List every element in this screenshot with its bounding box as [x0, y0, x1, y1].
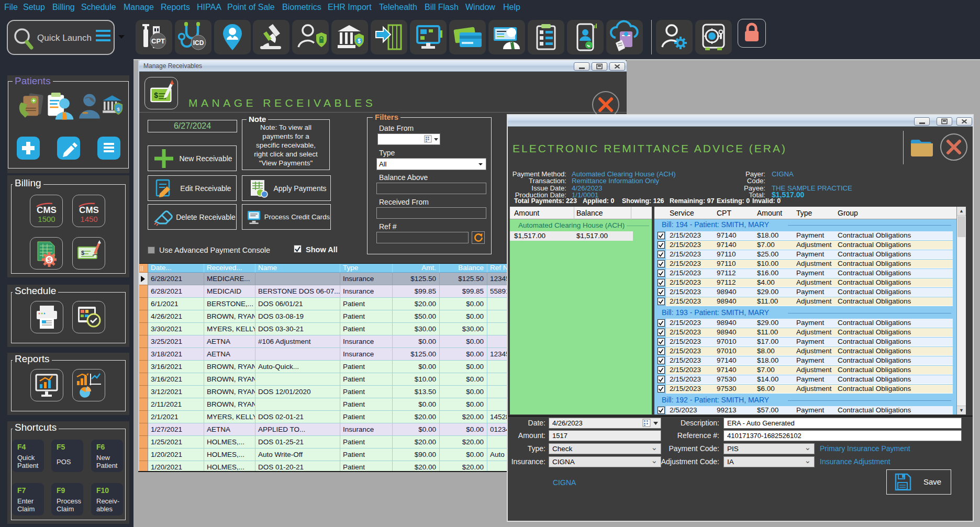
- svg-text:$: $: [47, 256, 51, 264]
- svg-text:ICD: ICD: [193, 39, 204, 47]
- svg-text:CMS: CMS: [79, 205, 99, 215]
- svg-text:1500: 1500: [38, 215, 55, 223]
- svg-text:$: $: [117, 106, 120, 112]
- svg-text:$: $: [81, 250, 84, 256]
- svg-text:$: $: [358, 38, 361, 44]
- svg-text:1450: 1450: [80, 215, 97, 223]
- svg-text:CPT: CPT: [151, 37, 165, 45]
- svg-text:CMS: CMS: [37, 205, 57, 215]
- svg-text:$: $: [154, 91, 158, 99]
